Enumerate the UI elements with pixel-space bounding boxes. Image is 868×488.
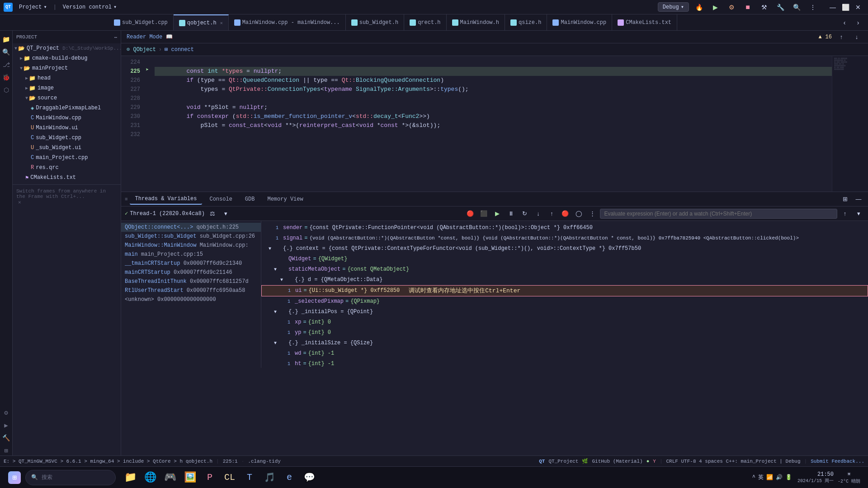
- thread-filter-btn[interactable]: ⚖: [207, 209, 218, 219]
- systray-volume[interactable]: 🔊: [776, 474, 783, 481]
- thread-item[interactable]: BaseThreadInitThunk 0x00007ffc6811257d: [121, 277, 261, 286]
- eval-dropdown-btn[interactable]: ▾: [853, 209, 864, 219]
- sidebar-build-icon[interactable]: 🔨: [1, 433, 11, 443]
- taskbar-app-powerpoint[interactable]: P: [201, 469, 219, 487]
- taskbar-app-edge[interactable]: e: [280, 469, 298, 487]
- stop-debug-btn[interactable]: ⬛: [478, 209, 490, 219]
- tree-main-project-cpp[interactable]: C main_Project.cpp: [13, 153, 121, 163]
- tab-close-icon[interactable]: ✕: [220, 20, 223, 26]
- tree-cmakelists[interactable]: ⚑ CMakeLists.txt: [13, 173, 121, 183]
- thread-item[interactable]: MainWindow::MainWindow MainWindow.cpp:: [121, 241, 261, 250]
- taskbar-weather[interactable]: ☀️ -2°C 晴朗: [835, 468, 863, 488]
- sidebar-git-icon[interactable]: ⎇: [1, 60, 11, 70]
- tab-qsize-h[interactable]: qsize.h: [505, 14, 547, 31]
- taskbar-app-photo[interactable]: 🖼️: [181, 469, 199, 487]
- taskbar-start-button[interactable]: ⊞: [5, 469, 24, 487]
- thread-item[interactable]: QObject::connect<...> qobject.h:225: [121, 223, 261, 232]
- panel-layout-btn[interactable]: ⊞: [839, 194, 851, 204]
- next-warning-btn[interactable]: ↓: [851, 32, 863, 42]
- breadcrumb-method[interactable]: ⊞ connect: [165, 46, 194, 53]
- tree-sub-widget-cpp[interactable]: C sub_Widget.cpp: [13, 133, 121, 143]
- breadcrumb-class[interactable]: ⊙ QObject: [127, 46, 156, 53]
- systray-lang[interactable]: 英: [758, 474, 764, 481]
- systray-battery[interactable]: 🔋: [785, 474, 792, 481]
- maximize-button[interactable]: ⬜: [839, 2, 852, 12]
- version-control-section[interactable]: Version control ▾: [60, 3, 119, 11]
- sidebar-terminal-icon[interactable]: ⊞: [1, 446, 11, 455]
- tree-head[interactable]: ▶ 📁 head: [13, 73, 121, 83]
- sidebar-extensions-icon[interactable]: ⬡: [1, 85, 11, 95]
- close-button[interactable]: ✕: [852, 2, 864, 12]
- tab-mainwindow-h[interactable]: MainWindow.h: [447, 14, 505, 31]
- taskbar-app-netease[interactable]: 🎵: [260, 469, 278, 487]
- sidebar-run-icon[interactable]: ▶: [1, 420, 11, 430]
- systray-wifi[interactable]: 📶: [766, 474, 773, 481]
- profile-button[interactable]: ⚒: [758, 2, 770, 12]
- tab-cmakelists[interactable]: CMakeLists.txt: [612, 14, 677, 31]
- tab-sub-widget-cpp[interactable]: sub_Widget.cpp: [108, 14, 174, 31]
- sidebar-search-icon[interactable]: 🔍: [1, 47, 11, 57]
- stop-button[interactable]: ■: [741, 2, 754, 12]
- run-button[interactable]: ▶: [709, 2, 722, 12]
- debug-button[interactable]: Debug ▾: [658, 2, 689, 12]
- breakpoint-btn[interactable]: 🔴: [559, 209, 571, 219]
- sidebar-project-icon[interactable]: 📁: [1, 34, 11, 44]
- taskbar-app-browser[interactable]: 🌐: [141, 469, 159, 487]
- restart-btn[interactable]: 🔴: [464, 209, 476, 219]
- tree-image[interactable]: ▶ 📁 image: [13, 83, 121, 93]
- sidebar-settings-icon[interactable]: ⚙: [1, 408, 11, 418]
- eval-up-btn[interactable]: ↑: [839, 209, 851, 219]
- status-feedback[interactable]: Submit Feedback...: [811, 459, 864, 464]
- eval-input[interactable]: [600, 209, 837, 219]
- tab-qobject-h[interactable]: qobject.h ✕: [174, 14, 229, 31]
- flame-button[interactable]: 🔥: [693, 2, 705, 12]
- taskbar-app-wechat[interactable]: 💬: [300, 469, 318, 487]
- thread-item[interactable]: mainCRTStartup 0x00007ff6d9c21146: [121, 268, 261, 277]
- taskbar-app-clion[interactable]: CL: [221, 469, 239, 487]
- taskbar-app-game[interactable]: 🎮: [161, 469, 179, 487]
- tree-source[interactable]: ▼ 📂 source: [13, 93, 121, 103]
- thread-item[interactable]: main main_Project.cpp:15: [121, 250, 261, 259]
- tab-memory-view[interactable]: Memory View: [262, 194, 308, 204]
- tabs-scroll-left[interactable]: ‹: [838, 18, 851, 28]
- kit-button[interactable]: 🔧: [774, 2, 787, 12]
- pause-btn[interactable]: ⏸: [505, 209, 517, 219]
- tab-gdb[interactable]: GDB: [240, 194, 260, 204]
- thread-item[interactable]: sub_Widget::sub_Widget sub_Widget.cpp:26: [121, 232, 261, 241]
- minimize-button[interactable]: —: [826, 2, 839, 12]
- dismiss-icon[interactable]: ✕: [18, 199, 21, 205]
- more-debug-btn[interactable]: ⋮: [586, 209, 598, 219]
- prev-warning-btn[interactable]: ↑: [835, 32, 847, 42]
- tree-sub-widget-ui[interactable]: U _sub_Widget.ui: [13, 143, 121, 153]
- tab-sub-widget-h[interactable]: sub_Widget.h: [346, 14, 404, 31]
- tab-qrect-h[interactable]: qrect.h: [404, 14, 446, 31]
- taskbar-search-box[interactable]: 🔍 搜索: [25, 470, 116, 485]
- tree-mainwindow-ui[interactable]: U MainWindow.ui: [13, 123, 121, 133]
- code-content[interactable]: const int *types = nullptr ; if (type ==…: [155, 56, 832, 192]
- tab-mainwindow-cpp[interactable]: MainWindow.cpp: [547, 14, 612, 31]
- tree-root[interactable]: ▼ 📂 QT_Project D:\C_Study\WorkSp...: [13, 43, 121, 53]
- tree-mainwindow-cpp[interactable]: C MainWindow.cpp: [13, 113, 121, 123]
- reader-mode-label[interactable]: Reader Mode: [127, 34, 162, 40]
- thread-dropdown-btn[interactable]: ▾: [220, 209, 232, 219]
- tab-threads-variables[interactable]: Threads & Variables: [130, 194, 203, 205]
- tabs-scroll-right[interactable]: ›: [852, 18, 864, 28]
- project-section[interactable]: Project ▾: [16, 3, 50, 11]
- tree-mainproject[interactable]: ▼ 📂 mainProject: [13, 63, 121, 73]
- thread-item[interactable]: <unknown> 0x0000000000000000: [121, 295, 261, 304]
- tree-cmake-build[interactable]: ▶ 📁 cmake-build-debug: [13, 53, 121, 63]
- taskbar-clock[interactable]: 21:50 2024/1/15 周一: [797, 471, 834, 484]
- search-code-button[interactable]: 🔍: [790, 2, 803, 12]
- debug-run-button[interactable]: ⚙: [725, 2, 738, 12]
- taskbar-app-file-explorer[interactable]: 📁: [121, 469, 139, 487]
- watch-btn[interactable]: ◯: [573, 209, 585, 219]
- step-into-btn[interactable]: ↓: [532, 209, 544, 219]
- tree-draggable[interactable]: ◈ DraggablePixmapLabel: [13, 103, 121, 113]
- panel-collapse-btn[interactable]: —: [853, 194, 864, 204]
- step-over-btn[interactable]: ↻: [519, 209, 530, 219]
- systray-arrow[interactable]: ^: [752, 474, 755, 481]
- tab-console[interactable]: Console: [204, 194, 237, 204]
- tree-res-qrc[interactable]: R res.qrc: [13, 163, 121, 173]
- continue-btn[interactable]: ▶: [491, 209, 503, 219]
- thread-item[interactable]: __tmainCRTStartup 0x00007ff6d9c21340: [121, 259, 261, 268]
